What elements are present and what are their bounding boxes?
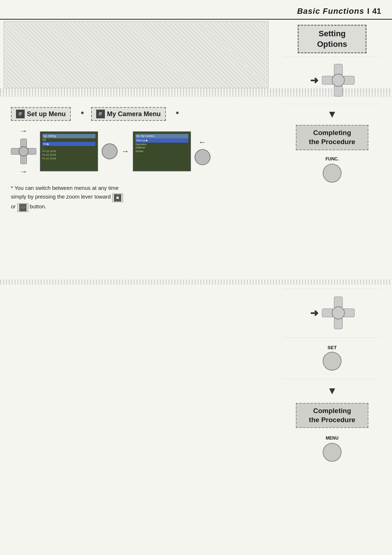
- circle-button-center[interactable]: [102, 143, 118, 159]
- dpad-small-arm-right: [28, 148, 36, 155]
- setup-menu-label-box: IT Set up Menu: [11, 107, 71, 121]
- lcd2-row-2: Start-up ▶: [135, 138, 188, 143]
- asterisk-1: *: [81, 110, 84, 118]
- note-text: * You can switch between menus at any ti…: [11, 184, 207, 212]
- dpad-lower-arm-top: [334, 297, 343, 307]
- dots-decoration-lower-3: ········································…: [283, 377, 381, 381]
- dpad-small-arm-bottom: [20, 155, 27, 164]
- arrow-down-icon-2: ▼: [327, 385, 337, 397]
- separator-dots-middle: [0, 279, 392, 285]
- lcd-content-setup: Op. Setting Off On ▶ ... Fn 10 10:00 Fn …: [41, 132, 97, 162]
- page-header: Basic Functions I 41: [297, 7, 381, 16]
- zoom-icon-square-2: ⁛⁛⁛: [19, 204, 26, 211]
- dpad-arm-bottom: [334, 86, 343, 97]
- dpad-button-top[interactable]: [322, 64, 355, 97]
- lcd2-row-4: Selftimer: [135, 146, 188, 150]
- dpad-lower-arm-right: [344, 309, 355, 317]
- setup-icon-text: IT: [19, 112, 22, 116]
- completing-label-2: Completingthe Procedure: [309, 407, 355, 424]
- arrow-right-screen2: →: [121, 147, 129, 156]
- set-label: SET: [327, 345, 336, 350]
- my-camera-menu-label-box: IT My Camera Menu: [91, 107, 166, 121]
- dpad-arm-top: [334, 64, 343, 75]
- lcd-screen-mycamera: Op. My Camera Start-up ▶ Operation Selft…: [133, 131, 191, 171]
- chapter-title: Basic Functions: [297, 7, 364, 16]
- func-button-section: FUNC.: [323, 156, 342, 184]
- my-camera-menu-text: My Camera Menu: [107, 110, 161, 118]
- menu-labels-row: IT Set up Menu * IT My Camera Menu *: [11, 107, 211, 121]
- arrow-right-lcd: →: [20, 126, 28, 136]
- dpad-section-lower: ➜: [310, 295, 355, 331]
- arrow-right-lcd-2: →: [20, 167, 28, 176]
- lcd-row-7: Fn 10 10:00: [42, 157, 95, 160]
- set-button[interactable]: [323, 352, 342, 371]
- setup-menu-text: Set up Menu: [27, 110, 66, 118]
- note-section: * You can switch between menus at any ti…: [11, 184, 211, 212]
- dpad-small-center: [19, 146, 29, 156]
- page-number: 41: [372, 7, 381, 16]
- lcd-controls-row: → → Op. Setting Off On ▶ ... Fn 10 10:00…: [11, 126, 211, 176]
- lcd2-row-5: Shutter: [135, 150, 188, 153]
- menu-label: MENU: [326, 436, 338, 441]
- header-line: [0, 19, 392, 20]
- center-button-wrap: [102, 143, 118, 159]
- dpad-lower-center: [332, 306, 345, 319]
- lcd-row-2: Off: [42, 138, 95, 142]
- right-panel-lower: ········································…: [278, 287, 387, 463]
- setting-options-label: Setting Options: [317, 29, 347, 49]
- completing-procedure-box-1: Completingthe Procedure: [296, 125, 368, 150]
- dots-decoration-lower-2: ········································…: [283, 335, 381, 339]
- header-divider: I: [367, 7, 369, 16]
- arrow-left-back: ←: [199, 138, 207, 147]
- completing-label-1: Completingthe Procedure: [309, 129, 355, 146]
- dpad-section-top: ➜: [310, 62, 355, 98]
- asterisk-2: *: [176, 110, 179, 118]
- lcd2-row-1: Op. My Camera: [135, 134, 188, 138]
- zoom-icon-square: ▣: [114, 194, 121, 201]
- my-camera-icon: IT: [96, 110, 105, 118]
- right-panel-top: Setting Options ························…: [278, 25, 387, 184]
- set-button-section: SET: [323, 345, 342, 372]
- lcd-row-3: On ▶: [42, 142, 95, 146]
- lcd-row-5: Fn 10 10:00: [42, 150, 95, 153]
- lcd-row-6: Fn 10 10:00: [42, 153, 95, 157]
- dpad-lower-arm-bottom: [334, 318, 343, 329]
- right-controls-lcd: ←: [195, 138, 211, 165]
- arrow-right-lower: ➜: [310, 307, 318, 319]
- top-pattern-area: [4, 21, 269, 88]
- dpad-center: [332, 74, 345, 87]
- completing-procedure-box-2: Completingthe Procedure: [296, 403, 368, 428]
- menu-button-section: MENU: [323, 436, 342, 463]
- lcd-row-4: ...: [42, 146, 95, 150]
- dpad-arm-left: [322, 76, 333, 85]
- icon-zoom-2: ⁛⁛⁛: [17, 203, 28, 212]
- arrow-down-icon-1: ▼: [327, 109, 337, 120]
- dpad-arm-right: [344, 76, 355, 85]
- menu-button[interactable]: [323, 443, 342, 462]
- left-controls: → →: [11, 126, 36, 176]
- dots-decoration-lower-1: ········································…: [283, 287, 381, 290]
- dots-decoration-2: ········································…: [283, 102, 381, 106]
- dpad-lcd-left[interactable]: [11, 139, 36, 164]
- lcd-row-1: Op. Setting: [42, 134, 95, 138]
- lcd-screen-setup: Op. Setting Off On ▶ ... Fn 10 10:00 Fn …: [40, 131, 98, 171]
- arrow-right-icon: ➜: [310, 74, 318, 86]
- menu-labels-section: IT Set up Menu * IT My Camera Menu * →: [11, 107, 211, 212]
- dpad-lower-arm-left: [322, 309, 333, 317]
- dpad-button-lower[interactable]: [322, 297, 355, 329]
- dots-decoration-1: ········································…: [283, 55, 381, 58]
- circle-button-right[interactable]: [195, 149, 211, 165]
- setting-options-box: Setting Options: [298, 25, 367, 53]
- setup-menu-icon: IT: [16, 110, 25, 118]
- func-label: FUNC.: [326, 156, 339, 162]
- lcd2-row-6: ...: [135, 153, 188, 157]
- lcd-content-mycamera: Op. My Camera Start-up ▶ Operation Selft…: [134, 132, 190, 159]
- lcd2-row-3: Operation: [135, 143, 188, 146]
- my-camera-icon-text: IT: [99, 112, 102, 116]
- icon-zoom-1: ▣: [112, 193, 123, 202]
- func-button[interactable]: [323, 164, 342, 183]
